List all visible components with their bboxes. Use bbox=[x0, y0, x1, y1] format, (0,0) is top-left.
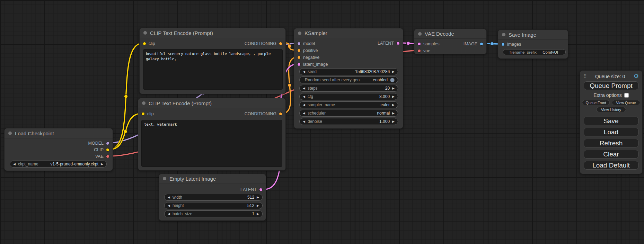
next-arrow-icon[interactable]: ▶ bbox=[392, 95, 395, 98]
ckpt-name-widget[interactable]: ◀ ckpt_name v1-5-pruned-emaonly.ckpt ▶ bbox=[10, 161, 107, 168]
prev-arrow-icon[interactable]: ◀ bbox=[168, 204, 170, 207]
filename-prefix-widget[interactable]: filename_prefix ComfyUI bbox=[503, 49, 566, 55]
prev-arrow-icon[interactable]: ◀ bbox=[303, 120, 305, 123]
prev-arrow-icon[interactable]: ◀ bbox=[303, 103, 305, 107]
prev-arrow-icon[interactable]: ◀ bbox=[303, 87, 305, 90]
clip-port-icon[interactable] bbox=[141, 112, 145, 116]
node-clip-text-encode-negative[interactable]: CLIP Text Encode (Prompt) clip CONDITION… bbox=[138, 98, 286, 171]
steps-widget[interactable]: ◀ steps 20 ▶ bbox=[299, 85, 398, 92]
negative-prompt-textarea[interactable]: text, watermark bbox=[141, 120, 282, 167]
next-arrow-icon[interactable]: ▶ bbox=[392, 112, 395, 115]
height-widget[interactable]: ◀ height 512 ▶ bbox=[164, 202, 263, 209]
random-seed-widget[interactable]: Random seed after every gen enabled bbox=[299, 76, 398, 83]
node-save-image[interactable]: Save Image images filename_prefix ComfyU… bbox=[498, 29, 568, 59]
next-arrow-icon[interactable]: ▶ bbox=[257, 196, 259, 199]
latent-port-icon[interactable] bbox=[417, 42, 421, 46]
prev-arrow-icon[interactable]: ◀ bbox=[13, 163, 16, 166]
prev-arrow-icon[interactable]: ◀ bbox=[168, 196, 170, 199]
settings-gear-icon[interactable]: ⚙ bbox=[634, 73, 639, 79]
prev-arrow-icon[interactable]: ◀ bbox=[168, 213, 170, 216]
collapse-dot-icon[interactable] bbox=[8, 132, 12, 135]
refresh-button[interactable]: Refresh bbox=[584, 139, 638, 147]
node-vae-decode[interactable]: VAE Decode samples IMAGE vae bbox=[414, 29, 487, 54]
node-ksampler[interactable]: KSampler model LATENT positive negative … bbox=[294, 28, 403, 129]
node-title-bar[interactable]: Empty Latent Image bbox=[159, 174, 266, 183]
output-label: CONDITIONING bbox=[245, 111, 276, 116]
node-title-bar[interactable]: VAE Decode bbox=[414, 29, 486, 39]
view-queue-button[interactable]: View Queue bbox=[612, 100, 640, 105]
widget-label: seed bbox=[308, 69, 317, 74]
widget-value: 512 bbox=[247, 195, 254, 200]
queue-size-label: Queue size: 0 bbox=[587, 74, 634, 79]
scheduler-widget[interactable]: ◀ scheduler normal ▶ bbox=[299, 110, 398, 117]
next-arrow-icon[interactable]: ▶ bbox=[257, 213, 259, 216]
node-title-bar[interactable]: Load Checkpoint bbox=[5, 128, 113, 138]
conditioning-port-icon[interactable] bbox=[279, 42, 282, 45]
seed-widget[interactable]: ◀ seed 156680208700286 ▶ bbox=[299, 68, 398, 75]
model-port-icon[interactable] bbox=[106, 142, 109, 145]
model-port-icon[interactable] bbox=[297, 42, 301, 45]
link-clip-negative bbox=[109, 114, 141, 150]
clip-port-icon[interactable] bbox=[143, 42, 146, 45]
toggle-icon[interactable] bbox=[390, 78, 395, 82]
node-clip-text-encode-positive[interactable]: CLIP Text Encode (Prompt) clip CONDITION… bbox=[139, 28, 286, 94]
node-empty-latent-image[interactable]: Empty Latent Image LATENT ◀ width 512 ▶ … bbox=[159, 174, 266, 221]
next-arrow-icon[interactable]: ▶ bbox=[101, 163, 103, 166]
prev-arrow-icon[interactable]: ◀ bbox=[303, 112, 305, 115]
collapse-dot-icon[interactable] bbox=[502, 33, 505, 36]
latent-port-icon[interactable] bbox=[297, 63, 301, 66]
latent-port-icon[interactable] bbox=[396, 42, 400, 45]
node-title-bar[interactable]: KSampler bbox=[294, 28, 403, 38]
next-arrow-icon[interactable]: ▶ bbox=[392, 70, 395, 73]
image-port-icon[interactable] bbox=[501, 43, 505, 46]
input-label: vae bbox=[423, 48, 430, 53]
cfg-widget[interactable]: ◀ cfg 8.000 ▶ bbox=[299, 93, 398, 100]
next-arrow-icon[interactable]: ▶ bbox=[392, 103, 395, 107]
node-title: CLIP Text Encode (Prompt) bbox=[149, 100, 212, 106]
conditioning-port-icon[interactable] bbox=[297, 49, 301, 52]
batch-size-widget[interactable]: ◀ batch_size 1 ▶ bbox=[164, 210, 263, 217]
conditioning-port-icon[interactable] bbox=[279, 112, 282, 116]
input-images: images bbox=[501, 41, 521, 48]
queue-prompt-button[interactable]: Queue Prompt bbox=[584, 81, 638, 90]
vae-port-icon[interactable] bbox=[106, 155, 109, 158]
next-arrow-icon[interactable]: ▶ bbox=[257, 204, 259, 207]
clear-button[interactable]: Clear bbox=[584, 150, 638, 159]
conditioning-port-icon[interactable] bbox=[297, 56, 301, 59]
widget-value: 1 bbox=[252, 211, 254, 216]
clip-port-icon[interactable] bbox=[106, 148, 109, 152]
collapse-dot-icon[interactable] bbox=[142, 101, 145, 105]
vae-port-icon[interactable] bbox=[417, 49, 421, 53]
node-title-bar[interactable]: CLIP Text Encode (Prompt) bbox=[140, 28, 285, 38]
width-widget[interactable]: ◀ width 512 ▶ bbox=[164, 194, 263, 201]
load-button[interactable]: Load bbox=[584, 128, 638, 136]
output-latent: LATENT bbox=[240, 186, 263, 193]
latent-port-icon[interactable] bbox=[259, 188, 263, 191]
next-arrow-icon[interactable]: ▶ bbox=[392, 120, 395, 123]
node-title-bar[interactable]: CLIP Text Encode (Prompt) bbox=[138, 98, 285, 108]
node-title-bar[interactable]: Save Image bbox=[498, 30, 568, 40]
widget-value: 20 bbox=[385, 86, 390, 91]
save-button[interactable]: Save bbox=[584, 117, 638, 125]
extra-options-checkbox[interactable] bbox=[624, 93, 629, 98]
input-negative: negative bbox=[297, 54, 319, 61]
prev-arrow-icon[interactable]: ◀ bbox=[303, 70, 305, 73]
next-arrow-icon[interactable]: ▶ bbox=[392, 87, 395, 90]
collapse-dot-icon[interactable] bbox=[143, 31, 147, 35]
positive-prompt-textarea[interactable]: beautiful scenery nature glass bottle la… bbox=[143, 49, 283, 90]
denoise-widget[interactable]: ◀ denoise 1.000 ▶ bbox=[299, 118, 398, 125]
output-clip: CLIP bbox=[94, 146, 109, 153]
prev-arrow-icon[interactable]: ◀ bbox=[303, 95, 305, 98]
load-default-button[interactable]: Load Default bbox=[584, 161, 638, 170]
collapse-dot-icon[interactable] bbox=[163, 177, 166, 180]
queue-front-button[interactable]: Queue Front bbox=[582, 100, 610, 105]
widget-label: sampler_name bbox=[308, 102, 335, 107]
output-vae: VAE bbox=[95, 153, 109, 160]
view-history-button[interactable]: View History bbox=[596, 107, 626, 112]
sampler-name-widget[interactable]: ◀ sampler_name euler ▶ bbox=[299, 101, 398, 108]
collapse-dot-icon[interactable] bbox=[418, 32, 422, 36]
collapse-dot-icon[interactable] bbox=[298, 31, 301, 35]
drag-handle-icon[interactable]: ⠿ bbox=[583, 74, 587, 79]
image-port-icon[interactable] bbox=[480, 42, 483, 46]
node-load-checkpoint[interactable]: Load Checkpoint MODEL CLIP VAE ◀ ckpt_na… bbox=[4, 128, 113, 171]
